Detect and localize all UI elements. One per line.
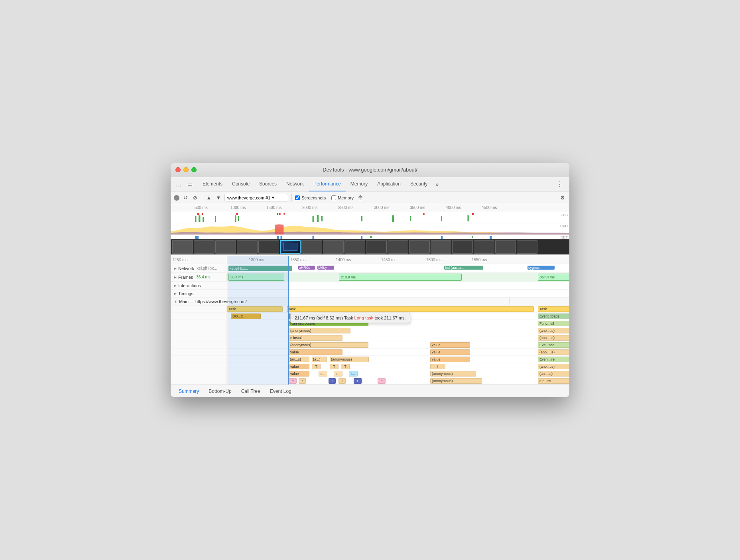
tab-network[interactable]: Network [281, 177, 309, 191]
screenshot-thumb[interactable] [495, 240, 516, 254]
tab-console[interactable]: Console [227, 177, 254, 191]
record-button[interactable] [174, 195, 179, 201]
flame-block[interactable]: e.install [289, 335, 342, 341]
flame-block[interactable]: e [378, 378, 386, 384]
maximize-button[interactable] [191, 167, 197, 172]
flame-block[interactable]: e.p...ss [538, 378, 569, 384]
flame-block[interactable]: Even...ire [538, 357, 569, 362]
flame-block[interactable]: value [289, 371, 309, 377]
flame-block[interactable]: T [312, 364, 321, 369]
flame-block[interactable]: s... [319, 371, 327, 377]
screenshot-thumb[interactable] [409, 240, 430, 254]
flame-block[interactable]: Func...all [538, 321, 569, 326]
settings-gear-icon[interactable]: ⚙ [559, 194, 566, 201]
main-thread-label[interactable]: ▼ Main — https://www.theverge.com/ [171, 298, 510, 305]
flame-block[interactable]: t [329, 378, 336, 384]
flame-block[interactable]: (anonymous) [289, 342, 368, 348]
network-item[interactable]: M6Ly... [317, 266, 334, 270]
interactions-track-label[interactable]: ▶ Interactions [171, 282, 226, 289]
tab-performance[interactable]: Performance [309, 177, 346, 191]
frame-item[interactable]: 357.4 ms [538, 274, 569, 281]
flame-block[interactable]: DO...C [231, 314, 261, 319]
tab-call-tree[interactable]: Call Tree [236, 385, 265, 397]
tab-application[interactable]: Application [372, 177, 405, 191]
network-item[interactable]: aHR0c [298, 266, 315, 270]
flame-block[interactable]: (anonymous) [289, 328, 350, 333]
more-tabs-button[interactable]: » [432, 181, 442, 187]
screenshot-thumb[interactable] [215, 240, 236, 254]
screenshot-thumb[interactable] [194, 240, 215, 254]
flame-block[interactable]: (ano...us) [538, 335, 569, 341]
flame-block[interactable]: T [341, 364, 350, 369]
flame-block[interactable]: (an...s) [289, 357, 309, 362]
memory-checkbox[interactable] [331, 195, 336, 200]
tab-event-log[interactable]: Event Log [265, 385, 296, 397]
flame-block[interactable]: t [354, 378, 362, 384]
screenshot-thumb[interactable] [431, 240, 451, 254]
url-selector[interactable]: www.theverge.com #1 ▾ [224, 194, 288, 201]
flame-block[interactable]: T [330, 364, 339, 369]
network-track-label[interactable]: ▶ Network xel.gif (px... [171, 264, 226, 272]
flame-block[interactable]: (a...) [312, 357, 327, 362]
screenshot-thumb[interactable] [452, 240, 473, 254]
devtools-settings-button[interactable]: ⋮ [553, 180, 566, 188]
flame-block[interactable]: e [289, 378, 297, 384]
flame-block[interactable]: (ano...us) [538, 364, 569, 369]
flame-block[interactable]: Task [287, 306, 534, 312]
screenshot-thumb[interactable] [517, 240, 537, 254]
upload-icon[interactable]: ▲ [205, 194, 213, 201]
flame-block[interactable]: Task [227, 306, 283, 312]
flame-block[interactable]: (anonymous) [330, 357, 369, 362]
flame-block[interactable]: Eve...nce [538, 342, 569, 348]
clear-icon[interactable]: ⊘ [191, 194, 199, 201]
flame-block[interactable]: t [339, 378, 346, 384]
tab-elements[interactable]: Elements [198, 177, 227, 191]
cursor-icon[interactable]: ⬚ [174, 179, 183, 189]
tab-security[interactable]: Security [405, 177, 432, 191]
screenshot-thumb[interactable] [344, 240, 365, 254]
network-item[interactable]: cygnus [527, 266, 555, 270]
flame-block[interactable]: value [430, 357, 470, 362]
screenshot-thumb[interactable] [388, 240, 408, 254]
frame-item[interactable]: 218.9 ms [339, 274, 462, 281]
flame-block[interactable]: Run Microtasks [289, 321, 368, 326]
flame-block[interactable]: (ano...us) [538, 328, 569, 333]
flame-block[interactable]: (anonymous) [430, 371, 476, 377]
tab-summary[interactable]: Summary [174, 385, 204, 397]
tab-memory[interactable]: Memory [346, 177, 372, 191]
minimize-button[interactable] [183, 167, 189, 172]
flame-block[interactable]: t [430, 364, 445, 369]
flame-block[interactable]: Task [538, 306, 569, 312]
screenshot-thumb[interactable] [258, 240, 279, 254]
screenshot-thumb[interactable] [237, 240, 258, 254]
close-button[interactable] [175, 167, 181, 172]
network-item[interactable]: bid (aax.a... [444, 266, 483, 270]
screenshot-thumb-selected[interactable] [280, 240, 301, 254]
flame-block[interactable]: value [430, 342, 470, 348]
flame-block[interactable]: (an...us) [538, 371, 569, 377]
flame-block[interactable]: (ano...us) [538, 349, 569, 355]
screenshot-thumb[interactable] [366, 240, 387, 254]
screenshot-thumb[interactable] [172, 240, 193, 254]
tab-bottom-up[interactable]: Bottom-Up [204, 385, 236, 397]
timings-track-label[interactable]: ▶ Timings [171, 290, 226, 297]
flame-block[interactable]: value [289, 349, 342, 355]
flame-block[interactable]: value [430, 349, 470, 355]
network-item[interactable]: xel.gif (px... [228, 266, 292, 271]
download-icon[interactable]: ▼ [215, 194, 222, 201]
tab-sources[interactable]: Sources [254, 177, 281, 191]
device-icon[interactable]: ▭ [185, 179, 195, 189]
screenshot-thumb[interactable] [323, 240, 344, 254]
clear-recordings-button[interactable]: 🗑 [358, 195, 363, 201]
flame-block-selected[interactable]: XHR Load (c... [289, 314, 325, 319]
flame-block[interactable]: i... [349, 371, 358, 377]
reload-icon[interactable]: ↺ [182, 194, 189, 201]
screenshot-thumb[interactable] [474, 240, 494, 254]
flame-block[interactable]: value [289, 364, 309, 369]
flame-block[interactable]: Event (load) [538, 314, 569, 319]
flame-block[interactable]: s... [334, 371, 342, 377]
frame-item[interactable]: 36.4 ms [228, 274, 284, 281]
screenshot-thumb[interactable] [301, 240, 322, 254]
frames-track-label[interactable]: ▶ Frames 36.4 ms [171, 273, 226, 281]
flame-block[interactable]: t [299, 378, 306, 384]
